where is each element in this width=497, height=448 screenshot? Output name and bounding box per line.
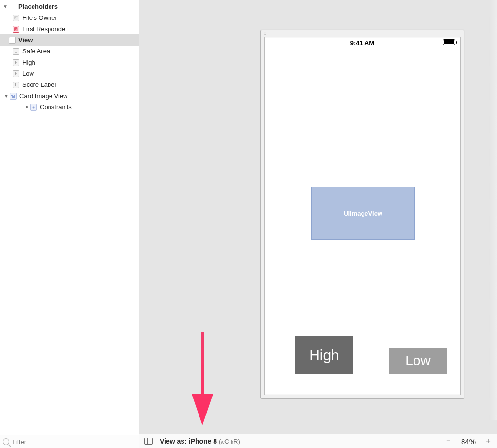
high-button[interactable]: High <box>295 336 353 374</box>
outline-filter-bar <box>0 435 139 448</box>
item-label: File's Owner <box>22 14 57 21</box>
red-cube-icon <box>12 25 20 33</box>
item-label: High <box>22 59 35 66</box>
item-label: Constraints <box>40 103 72 111</box>
outline-item-safe-area[interactable]: Safe Area <box>0 46 139 57</box>
outline-item-constraints[interactable]: ▼ Constraints <box>0 101 139 113</box>
label-icon <box>12 81 20 89</box>
vertical-scrollbar[interactable] <box>489 0 497 420</box>
cube-icon <box>12 14 20 22</box>
ib-scene-device-frame[interactable]: × 9:41 AM UIImageView High Low <box>260 30 464 399</box>
view-as-control[interactable]: View as: iPhone 8 (wC hR) <box>160 437 240 445</box>
blank-icon <box>8 2 17 11</box>
constraints-icon <box>29 103 38 112</box>
document-outline: ▼ Placeholders File's Owner First Respon… <box>0 0 139 448</box>
card-image-view[interactable]: UIImageView <box>311 187 415 240</box>
status-bar-time: 9:41 AM <box>350 39 374 47</box>
outline-item-first-responder[interactable]: First Responder <box>0 23 139 34</box>
button-label: High <box>309 347 339 364</box>
disclosure-triangle-icon[interactable]: ▼ <box>24 105 30 110</box>
button-icon <box>12 69 20 78</box>
outline-item-score-label[interactable]: Score Label <box>0 79 139 90</box>
outline-item-card-image-view[interactable]: ▼ Card Image View <box>0 90 139 101</box>
outline-section-placeholders[interactable]: ▼ Placeholders <box>0 1 139 12</box>
outline-tree[interactable]: ▼ Placeholders File's Owner First Respon… <box>0 0 139 435</box>
outline-item-low-button[interactable]: Low <box>0 68 139 79</box>
disclosure-triangle-icon[interactable]: ▼ <box>4 93 9 99</box>
canvas-bottom-bar: View as: iPhone 8 (wC hR) − 84% + <box>139 434 497 448</box>
toggle-outline-button[interactable] <box>144 438 153 445</box>
search-icon <box>3 438 9 445</box>
item-label: View <box>18 36 33 44</box>
outline-item-high-button[interactable]: High <box>0 57 139 68</box>
scene-close-button[interactable]: × <box>263 32 267 36</box>
view-as-prefix: View as: <box>160 437 189 445</box>
annotation-arrow-icon <box>188 330 217 427</box>
battery-icon <box>443 39 455 45</box>
imageview-icon <box>9 92 17 100</box>
outline-item-view[interactable]: ▼ View <box>0 34 139 46</box>
status-bar: 9:41 AM <box>265 37 460 48</box>
button-label: Low <box>405 353 430 368</box>
item-label: Score Label <box>22 81 56 88</box>
disclosure-triangle-icon[interactable]: ▼ <box>3 4 8 9</box>
button-icon <box>12 58 20 67</box>
zoom-controls: − 84% + <box>445 436 492 446</box>
item-label: Card Image View <box>19 92 67 100</box>
size-class-label: (wC hR) <box>219 438 240 445</box>
section-label: Placeholders <box>18 3 58 10</box>
view-icon <box>8 36 17 45</box>
ib-canvas: × 9:41 AM UIImageView High Low <box>139 0 497 448</box>
outline-filter-input[interactable] <box>12 438 136 446</box>
low-button[interactable]: Low <box>389 348 447 374</box>
item-label: First Responder <box>22 25 67 33</box>
uiimage-placeholder-text: UIImageView <box>344 210 382 217</box>
view-as-device: iPhone 8 <box>189 437 217 445</box>
zoom-level: 84% <box>461 437 476 446</box>
safe-area-icon <box>12 47 20 56</box>
zoom-in-button[interactable]: + <box>484 436 492 446</box>
ib-root-view[interactable]: 9:41 AM UIImageView High Low <box>264 37 461 395</box>
canvas-scroll[interactable]: × 9:41 AM UIImageView High Low <box>139 0 497 434</box>
outline-item-files-owner[interactable]: File's Owner <box>0 12 139 23</box>
zoom-out-button[interactable]: − <box>445 436 452 446</box>
item-label: Low <box>22 70 34 77</box>
item-label: Safe Area <box>22 48 50 55</box>
